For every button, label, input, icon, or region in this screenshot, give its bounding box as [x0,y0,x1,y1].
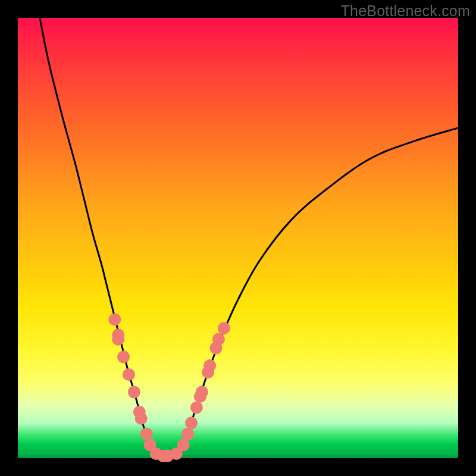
data-point [108,313,121,325]
data-point [128,386,140,399]
curve-path [168,128,458,456]
data-point [117,350,130,363]
data-point [196,386,208,399]
data-point [140,428,153,440]
watermark-label: TheBottleneck.com [341,2,470,20]
data-point [181,428,194,440]
data-point [135,412,148,425]
curve-path [40,18,168,456]
curve-layer [18,18,458,458]
plot-area [18,18,458,458]
data-point [112,333,124,346]
data-point [203,359,216,372]
data-point [218,322,230,334]
chart-frame: TheBottleneck.com [0,0,476,476]
data-point [185,416,198,429]
data-point [190,401,203,414]
data-point [123,368,135,381]
data-point [177,439,190,451]
data-point [212,333,225,346]
